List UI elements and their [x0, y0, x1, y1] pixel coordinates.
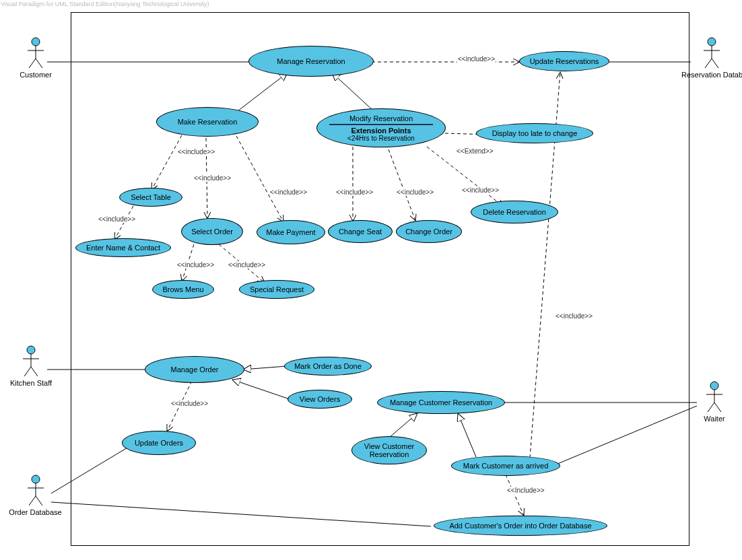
lbl-include-9: <<include>>: [176, 261, 215, 269]
svg-line-41: [31, 367, 38, 376]
svg-line-14: [151, 135, 182, 190]
uc-make-payment: Make Payment: [257, 220, 325, 244]
uc-select-order: Select Order: [181, 218, 243, 245]
lbl-include-10: <<include>>: [228, 261, 266, 269]
uc-modify-reservation-ext: Extension Points <24Hrs to Reservation: [329, 124, 434, 142]
actor-resdb-label: Reservation Database: [681, 71, 742, 79]
svg-line-36: [712, 59, 718, 68]
uc-display-too-late: Display too late to change: [476, 123, 593, 143]
svg-line-9: [243, 366, 286, 370]
lbl-include-5: <<include>>: [269, 188, 308, 196]
svg-point-37: [27, 346, 35, 354]
uc-change-seat: Change Seat: [328, 220, 393, 243]
uc-view-orders: View Orders: [288, 390, 352, 409]
lbl-include-1: <<include>>: [457, 55, 496, 63]
svg-point-47: [710, 382, 718, 390]
uc-view-cust-res: View Customer Reservation: [351, 436, 427, 464]
uc-manage-order: Manage Order: [145, 356, 244, 383]
actor-orderdb-label: Order Database: [7, 508, 64, 516]
svg-line-6: [553, 406, 697, 466]
svg-point-42: [32, 475, 40, 483]
lbl-include-7: <<include>>: [396, 188, 434, 196]
uc-enter-name: Enter Name & Contact: [75, 238, 171, 257]
actor-customer-label: Customer: [12, 71, 59, 79]
actor-waiter-label: Waiter: [691, 415, 738, 423]
uc-modify-reservation: Modify Reservation Extension Points <24H…: [316, 108, 446, 147]
svg-line-19: [389, 149, 415, 221]
uc-update-orders: Update Orders: [122, 431, 196, 455]
svg-line-17: [236, 136, 283, 222]
actor-kitchen-label: Kitchen Staff: [7, 379, 55, 387]
actor-customer: Customer: [12, 37, 59, 79]
svg-line-8: [332, 73, 374, 111]
svg-line-40: [24, 367, 31, 376]
actor-resdb: Reservation Database: [681, 37, 742, 79]
svg-line-46: [36, 496, 42, 505]
uc-delete-reservation: Delete Reservation: [471, 201, 558, 223]
svg-line-25: [506, 475, 524, 516]
svg-line-50: [708, 403, 714, 412]
svg-line-51: [714, 403, 721, 412]
actor-kitchen: Kitchen Staff: [7, 345, 55, 387]
uc-select-table: Select Table: [119, 188, 182, 207]
uc-manage-cust-res: Manage Customer Reservation: [377, 391, 505, 414]
uc-add-to-db: Add Customer's Order into Order Database: [434, 516, 607, 536]
watermark-text: Visual Paradigm for UML Standard Edition…: [1, 1, 209, 7]
lbl-include-8: <<include>>: [461, 186, 500, 194]
uc-browse-menu: Brows Menu: [152, 280, 214, 299]
svg-line-20: [427, 147, 504, 207]
svg-line-31: [36, 59, 42, 68]
uc-mark-arrived: Mark Customer as arrived: [451, 456, 560, 476]
svg-line-11: [389, 413, 417, 438]
diagram-canvas: Visual Paradigm for UML Standard Edition…: [0, 0, 742, 560]
uc-modify-reservation-title: Modify Reservation: [349, 114, 413, 123]
actor-orderdb: Order Database: [7, 475, 64, 516]
uc-change-order: Change Order: [396, 220, 462, 243]
svg-line-35: [705, 59, 712, 68]
uc-update-reservations: Update Reservations: [519, 51, 609, 71]
uc-mark-done: Mark Order as Done: [284, 357, 372, 376]
lbl-include-3: <<include>>: [98, 215, 136, 223]
uc-make-reservation: Make Reservation: [156, 107, 259, 137]
lbl-include-13: <<include>>: [555, 312, 593, 320]
lbl-extend: <<Extend>>: [456, 147, 494, 155]
uc-special-request: Special Request: [239, 280, 314, 299]
svg-line-12: [458, 413, 476, 457]
svg-line-45: [29, 496, 36, 505]
lbl-include-11: <<include>>: [170, 400, 209, 407]
svg-point-32: [708, 38, 716, 46]
svg-line-10: [232, 380, 290, 399]
svg-line-4: [51, 502, 431, 526]
svg-line-15: [114, 206, 133, 240]
lbl-include-4: <<include>>: [193, 174, 232, 182]
lbl-include-12: <<Include>>: [506, 487, 545, 494]
uc-manage-reservation: Manage Reservation: [248, 46, 374, 77]
connector-layer: [0, 0, 742, 560]
svg-line-30: [29, 59, 36, 68]
lbl-include-6: <<include>>: [335, 188, 374, 196]
actor-waiter: Waiter: [691, 381, 738, 423]
svg-point-27: [32, 38, 40, 46]
lbl-include-2: <<include>>: [177, 148, 215, 155]
